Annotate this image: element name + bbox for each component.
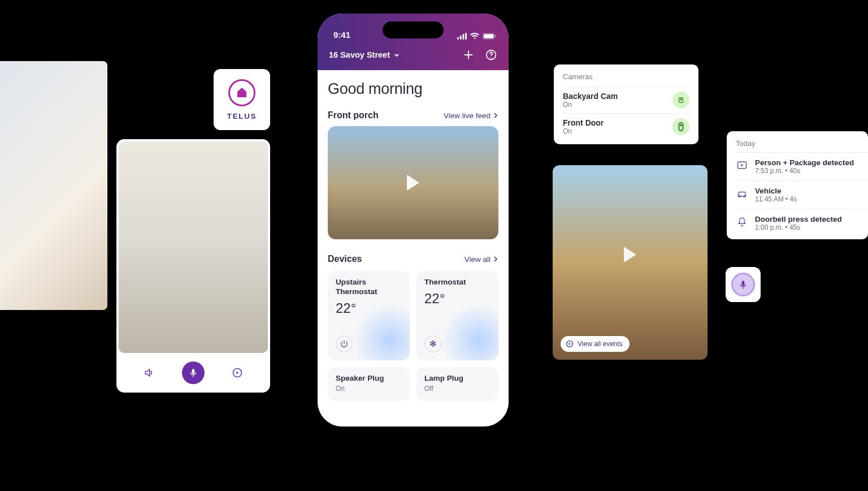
snowflake-icon: ✻	[424, 335, 441, 352]
status-indicators	[457, 33, 496, 40]
app-header: 16 Savoy Street	[318, 40, 509, 70]
today-title: Today	[736, 139, 868, 148]
device-name: Upstairs Thermostat	[336, 278, 402, 297]
lifestyle-image-kids	[0, 61, 107, 310]
svg-rect-6	[465, 33, 467, 39]
chevron-down-icon	[393, 51, 400, 58]
camera-feed-card-patio[interactable]: View all events	[553, 165, 708, 360]
doorbell-badge-icon	[672, 118, 689, 135]
camera-feed-image	[119, 141, 268, 353]
telus-logo-icon	[228, 79, 255, 106]
telus-app-icon-card: TELUS	[214, 69, 270, 130]
power-icon	[336, 335, 353, 352]
event-row[interactable]: Vehicle 11:45 AM • 4s	[736, 180, 868, 209]
camera-status: On	[563, 101, 618, 109]
wifi-icon	[470, 33, 479, 40]
camera-feed-controls	[116, 353, 270, 393]
devices-title: Devices	[328, 254, 362, 264]
clip-icon	[736, 159, 748, 171]
event-row[interactable]: Doorbell press detected 1:00 p.m. • 45s	[736, 209, 868, 237]
svg-rect-22	[742, 281, 745, 286]
svg-rect-0	[192, 369, 195, 374]
device-status: Off	[424, 385, 491, 393]
device-status: On	[336, 385, 402, 393]
voice-assist-chip[interactable]	[726, 267, 761, 302]
event-sub: 1:00 p.m. • 45s	[755, 223, 842, 231]
view-all-events-label: View all events	[578, 340, 623, 348]
doorbell-icon	[736, 216, 748, 228]
play-icon	[407, 175, 419, 191]
device-card-thermostat[interactable]: Thermostat 22° ✻	[416, 271, 498, 360]
event-sub: 11:45 AM • 4s	[755, 195, 797, 203]
svg-point-13	[491, 57, 491, 58]
battery-icon	[483, 33, 496, 40]
camera-name: Front Door	[563, 118, 604, 127]
mic-icon	[731, 273, 755, 296]
add-button[interactable]	[462, 49, 475, 61]
phone-frame: 9:41 16 Savoy Street Good morn	[312, 8, 514, 432]
device-card-upstairs-thermostat[interactable]: Upstairs Thermostat 22°	[328, 271, 410, 360]
phone-screen: 9:41 16 Savoy Street Good morn	[318, 14, 509, 427]
phone-notch	[383, 21, 444, 38]
camera-name: Backyard Cam	[563, 92, 618, 101]
device-name: Speaker Plug	[336, 374, 402, 384]
svg-rect-5	[462, 34, 464, 39]
camera-row-backyard[interactable]: Backyard Cam On	[563, 87, 689, 113]
device-card-lamp-plug[interactable]: Lamp Plug Off	[416, 367, 498, 401]
view-all-events-button[interactable]: View all events	[561, 336, 630, 352]
device-name: Thermostat	[424, 278, 491, 287]
front-porch-video[interactable]	[328, 126, 498, 239]
camera-feed-card-pet	[116, 139, 270, 393]
replay-icon	[565, 339, 574, 348]
speaker-button[interactable]	[138, 361, 160, 384]
svg-rect-8	[484, 34, 494, 38]
event-name: Person + Package detected	[755, 158, 854, 167]
view-live-feed-link[interactable]: View live feed	[444, 111, 498, 120]
mic-button[interactable]	[182, 361, 205, 384]
cameras-card: Cameras Backyard Cam On Front Door On	[554, 64, 698, 144]
app-content: Good morning Front porch View live feed …	[318, 70, 509, 427]
view-all-devices-link[interactable]: View all	[465, 255, 498, 264]
replay-button[interactable]	[226, 361, 249, 384]
chevron-right-icon	[493, 256, 498, 262]
address-label: 16 Savoy Street	[329, 50, 390, 59]
camera-row-front-door[interactable]: Front Door On	[563, 113, 689, 140]
camera-status: On	[563, 127, 604, 135]
svg-rect-4	[460, 36, 462, 40]
camera-badge-icon	[672, 92, 689, 109]
play-icon	[624, 247, 636, 262]
front-porch-title: Front porch	[328, 110, 379, 120]
vehicle-icon	[736, 187, 748, 200]
device-name: Lamp Plug	[424, 374, 491, 384]
svg-point-15	[680, 99, 682, 100]
status-time: 9:41	[333, 30, 350, 40]
event-name: Vehicle	[755, 187, 797, 195]
chevron-right-icon	[493, 113, 498, 118]
device-card-speaker-plug[interactable]: Speaker Plug On	[328, 367, 410, 401]
event-row[interactable]: Person + Package detected 7:53 p.m. • 40…	[736, 152, 868, 180]
telus-label: TELUS	[227, 112, 257, 120]
svg-point-17	[680, 124, 682, 126]
address-dropdown[interactable]: 16 Savoy Street	[329, 50, 400, 59]
today-events-card: Today Person + Package detected 7:53 p.m…	[727, 131, 868, 239]
greeting-text: Good morning	[328, 80, 498, 98]
event-name: Doorbell press detected	[755, 215, 842, 223]
signal-icon	[457, 33, 467, 40]
view-all-label: View all	[465, 255, 491, 264]
help-button[interactable]	[485, 49, 497, 61]
event-sub: 7:53 p.m. • 40s	[755, 167, 854, 175]
svg-rect-9	[495, 35, 496, 37]
view-live-feed-label: View live feed	[444, 111, 491, 120]
cameras-title: Cameras	[563, 72, 689, 81]
svg-rect-16	[679, 123, 683, 131]
